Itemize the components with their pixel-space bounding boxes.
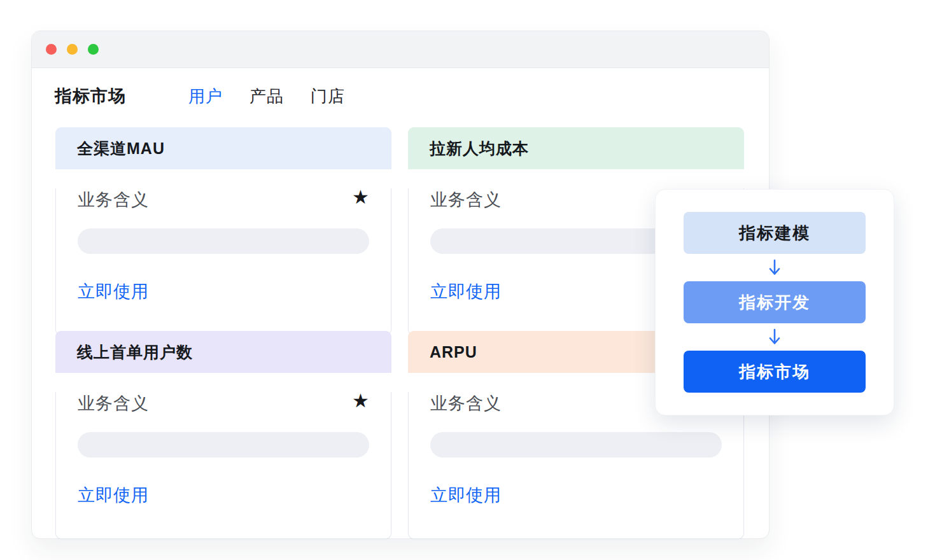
close-window-icon[interactable]	[46, 44, 57, 55]
metric-card-mau: 全渠道MAU 业务含义 ★ 立即使用	[55, 127, 391, 316]
use-now-link[interactable]: 立即使用	[78, 280, 149, 303]
tab-stores[interactable]: 门店	[311, 85, 345, 108]
tab-bar: 用户 产品 门店	[188, 85, 345, 108]
tab-products[interactable]: 产品	[250, 85, 284, 108]
workflow-popover: 指标建模 指标开发 指标市场	[655, 189, 894, 416]
placeholder-bar	[430, 432, 722, 458]
card-body: 业务含义 ★ 立即使用	[55, 188, 391, 335]
card-title: 全渠道MAU	[77, 138, 165, 159]
arrow-down-icon	[768, 323, 781, 351]
page-header: 指标市场 用户 产品 门店	[55, 85, 345, 108]
minimize-window-icon[interactable]	[67, 44, 78, 55]
card-title: 拉新人均成本	[430, 138, 529, 159]
business-meaning-label: 业务含义	[430, 188, 502, 211]
business-meaning-label: 业务含义	[430, 392, 502, 415]
card-header: 全渠道MAU	[55, 127, 391, 169]
metric-card-grid: 全渠道MAU 业务含义 ★ 立即使用 拉新人均成本 业务含义	[55, 127, 744, 520]
page: 指标市场 用户 产品 门店 全渠道MAU 业务含义 ★ 立即使用	[0, 0, 942, 560]
flow-step-market: 指标市场	[684, 351, 866, 393]
tab-users[interactable]: 用户	[188, 85, 223, 108]
use-now-link[interactable]: 立即使用	[78, 484, 149, 507]
business-meaning-label: 业务含义	[78, 392, 149, 415]
use-now-link[interactable]: 立即使用	[430, 280, 502, 303]
placeholder-bar	[78, 432, 369, 458]
flow-step-development: 指标开发	[684, 281, 866, 323]
use-now-link[interactable]: 立即使用	[430, 484, 502, 507]
star-icon[interactable]: ★	[352, 392, 369, 410]
placeholder-bar	[78, 228, 369, 254]
card-header: 拉新人均成本	[408, 127, 744, 169]
maximize-window-icon[interactable]	[88, 44, 99, 55]
card-title: ARPU	[430, 343, 477, 361]
card-body: 业务含义 ★ 立即使用	[55, 392, 391, 539]
page-title: 指标市场	[55, 85, 126, 108]
card-header: 线上首单用户数	[55, 331, 391, 373]
metric-card-first-order-users: 线上首单用户数 业务含义 ★ 立即使用	[55, 331, 391, 520]
star-icon[interactable]: ★	[352, 188, 369, 206]
arrow-down-icon	[768, 254, 781, 281]
card-title: 线上首单用户数	[77, 342, 193, 363]
window-titlebar	[32, 31, 769, 68]
flow-step-modeling: 指标建模	[684, 212, 866, 254]
business-meaning-label: 业务含义	[78, 188, 149, 211]
